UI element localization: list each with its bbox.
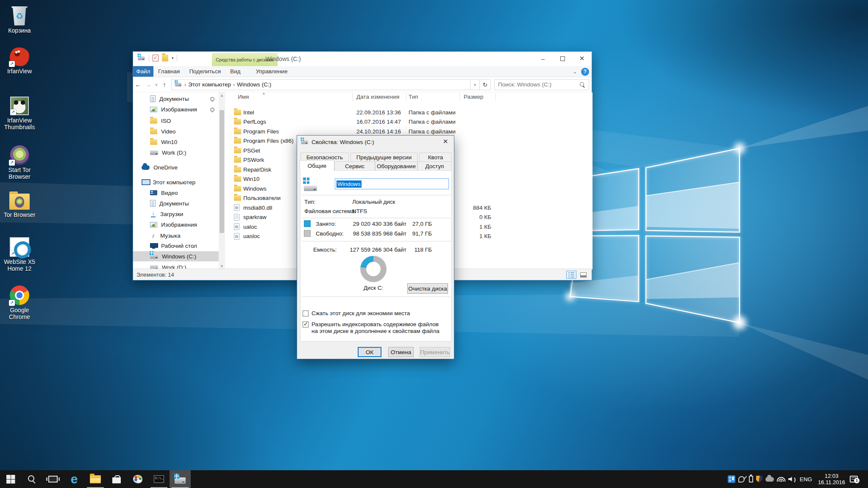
history-dropdown-icon[interactable]: ∨ (153, 83, 159, 87)
sidebar-item-документы[interactable]: Документы (133, 94, 219, 104)
nav-scrollbar[interactable]: ▲ ▼ (219, 92, 225, 269)
taskbar-button-disk-properties[interactable] (170, 470, 191, 488)
tab-сервис[interactable]: Сервис (334, 161, 375, 171)
maximize-button[interactable] (553, 52, 572, 65)
satellite-tray-icon[interactable] (738, 476, 746, 482)
action-center-icon[interactable]: 1 (850, 476, 858, 482)
cancel-button[interactable]: Отмена (388, 347, 414, 357)
volume-tray-icon[interactable] (788, 476, 796, 482)
sidebar-item-video[interactable]: Video (133, 126, 219, 136)
apply-button[interactable]: Применить (420, 347, 450, 357)
tab-общие[interactable]: Общие (300, 160, 334, 171)
cloud-tray-icon[interactable] (765, 477, 774, 482)
disk-cleanup-button[interactable]: Очистка диска (407, 283, 448, 294)
scroll-up-icon[interactable]: ▲ (219, 92, 225, 99)
column-header-date[interactable]: Дата изменения (356, 94, 399, 100)
column-header-name[interactable]: Имя (238, 94, 249, 100)
index-checkbox[interactable] (303, 322, 309, 327)
expand-ribbon-icon[interactable]: ⌄ (573, 69, 577, 75)
breadcrumb-item[interactable]: Windows (C:) (237, 81, 271, 88)
wifi-tray-icon[interactable] (777, 477, 785, 482)
column-separator[interactable] (352, 93, 353, 101)
forward-button[interactable]: → (143, 81, 153, 88)
thumbnails-view-button[interactable] (578, 271, 588, 279)
sidebar-item-загрузки[interactable]: Загрузки (133, 209, 219, 219)
customize-toolbar-icon[interactable]: ▾ (172, 56, 173, 60)
properties-icon[interactable] (153, 55, 159, 61)
sidebar-item-label: Документы (159, 200, 189, 207)
tab-оборудование[interactable]: Оборудование (375, 161, 417, 171)
up-button[interactable]: ↑ (159, 81, 170, 88)
taskbar-button-paint[interactable] (127, 470, 148, 488)
desktop-icon-website-x5[interactable]: ↗WebSite X5 Home 12 (0, 237, 39, 272)
address-dropdown-icon[interactable]: ∨ (470, 79, 480, 90)
help-icon[interactable]: ? (581, 68, 589, 76)
sidebar-item-музыка[interactable]: Музыка (133, 230, 219, 241)
language-indicator[interactable]: ENG (798, 476, 813, 482)
desktop-icon-irfanview[interactable]: ↗IrfanView (0, 47, 39, 75)
refresh-icon[interactable]: ↻ (480, 79, 491, 90)
blue-app-tray-icon[interactable] (728, 475, 735, 483)
menu-item-вид[interactable]: Вид (225, 66, 245, 77)
table-row[interactable]: Intel22.09.2016 13:36Папка с файлами (225, 108, 593, 117)
sidebar-item-iso[interactable]: ISO (133, 116, 219, 126)
back-button[interactable]: ← (133, 81, 143, 88)
sidebar-item-изображения[interactable]: Изображения (133, 219, 219, 230)
menu-item-управление[interactable]: Управление (251, 66, 292, 77)
clock[interactable]: 12:03 16.11.2016 (816, 473, 847, 485)
tab-предыдущие версии[interactable]: Предыдущие версии (351, 152, 417, 162)
sidebar-item-onedrive[interactable]: OneDrive (133, 162, 219, 172)
minimize-button[interactable]: – (533, 52, 553, 65)
desktop-icon-irfanview-thumbnails[interactable]: ↗IrfanView Thumbnails (0, 97, 39, 130)
taskbar-button-cmd[interactable] (148, 470, 170, 488)
desktop-icon-tor-start[interactable]: ↗Start Tor Browser (0, 145, 39, 180)
taskbar-button-start[interactable] (0, 470, 21, 488)
breadcrumb-item[interactable]: Этот компьютер (188, 81, 231, 88)
compress-checkbox[interactable] (303, 311, 309, 316)
sidebar-item-win10[interactable]: Win10 (133, 137, 219, 147)
column-separator[interactable] (495, 93, 496, 101)
dialog-close-icon[interactable]: ✕ (437, 136, 454, 147)
tab-доступ[interactable]: Доступ (417, 161, 452, 171)
taskbar-button-edge[interactable]: e (64, 470, 85, 488)
volume-label-input[interactable]: Windows (335, 178, 449, 189)
desktop-icon-chrome[interactable]: ↗Google Chrome (0, 286, 39, 320)
details-view-button[interactable] (566, 271, 576, 279)
usb-tray-icon[interactable] (749, 476, 753, 482)
tab-квота[interactable]: Квота (419, 152, 452, 162)
scrollbar-thumb[interactable] (220, 110, 224, 233)
menu-item-главная[interactable]: Главная (153, 66, 184, 77)
table-row[interactable]: Program Files24.10.2016 14:16Папка с фай… (225, 127, 593, 136)
sidebar-item-windows-c-[interactable]: Windows (C:) (133, 251, 219, 261)
menu-item-file[interactable]: Файл (133, 66, 153, 77)
column-header-size[interactable]: Размер (464, 94, 483, 100)
desktop-icon-tor-folder[interactable]: Tor Browser (0, 191, 39, 218)
sidebar-item-изображения[interactable]: Изображения (133, 104, 219, 114)
shield-tray-icon[interactable] (756, 476, 762, 483)
sidebar-item-work-d-[interactable]: Work (D:) (133, 147, 219, 158)
new-folder-icon[interactable] (162, 55, 168, 61)
taskbar-button-task-view[interactable] (42, 470, 64, 488)
desktop: Корзина↗IrfanView↗IrfanView Thumbnails↗S… (0, 0, 868, 488)
desktop-icon-recycle-bin[interactable]: Корзина (0, 6, 39, 34)
task-view-icon (48, 476, 58, 482)
taskbar-button-store[interactable] (106, 470, 127, 488)
column-separator[interactable] (459, 93, 460, 101)
sidebar-item-рабочий-стол[interactable]: Рабочий стол (133, 241, 219, 251)
close-button[interactable]: ✕ (572, 52, 592, 65)
sidebar-item-видео[interactable]: Видео (133, 188, 219, 198)
menu-item-поделиться[interactable]: Поделиться (184, 66, 225, 77)
sidebar-item-документы[interactable]: Документы (133, 198, 219, 208)
file-name: Program Files (x86) (243, 138, 294, 144)
ok-button[interactable]: ОК (358, 347, 381, 357)
taskbar-button-file-explorer[interactable] (85, 470, 106, 488)
disk-chart-label: Диск C: (348, 285, 399, 291)
sidebar-item-этот-компьютер[interactable]: Этот компьютер (133, 177, 219, 187)
breadcrumb[interactable]: › Этот компьютер › Windows (C:) (171, 79, 470, 90)
taskbar-button-search[interactable] (21, 470, 42, 488)
search-input[interactable]: Поиск: Windows (C:) (494, 79, 589, 90)
file-name: msdia80.dll (243, 205, 272, 211)
column-separator[interactable] (406, 93, 406, 101)
column-header-type[interactable]: Тип (409, 94, 418, 100)
table-row[interactable]: PerfLogs16.07.2016 14:47Папка с файлами (225, 117, 593, 127)
